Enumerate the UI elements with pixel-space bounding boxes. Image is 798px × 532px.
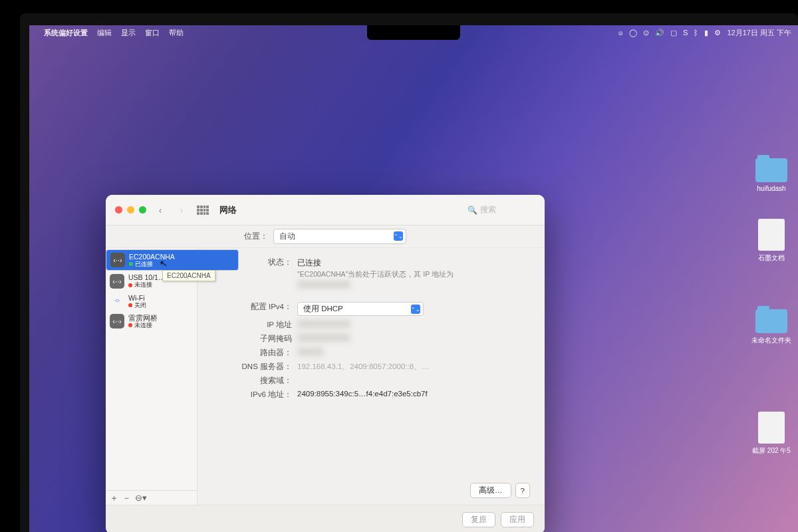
dns-label: DNS 服务器： xyxy=(198,362,297,372)
remove-service-button[interactable]: － xyxy=(122,492,131,504)
back-button[interactable]: ‹ xyxy=(153,203,168,217)
folder-icon xyxy=(755,158,787,182)
close-button[interactable] xyxy=(115,206,122,213)
revert-button[interactable]: 复原 xyxy=(462,512,495,527)
service-sidebar: ‹··› EC200ACNHA已连接 EC200ACNHA ‹··› USB 1… xyxy=(106,248,198,505)
ethernet-icon: ‹··› xyxy=(110,253,125,267)
location-label: 位置： xyxy=(244,231,268,242)
status-description: "EC200ACNHA"当前处于活跃状态，其 IP 地址为 xyxy=(297,270,533,279)
add-service-button[interactable]: ＋ xyxy=(110,492,118,504)
window-title: 网络 xyxy=(219,204,237,216)
service-item-wifi[interactable]: ⌔ Wi-Fi关闭 xyxy=(106,291,197,311)
display-icon[interactable]: ▢ xyxy=(670,29,677,37)
display-notch xyxy=(367,25,460,40)
ip-label: IP 地址 xyxy=(198,320,297,330)
redacted-value: x xyxy=(297,348,324,356)
ipv6-value: 2409:8955:349c:5…f4:e4d7:e3e5:cb7f xyxy=(297,390,533,398)
menu-window[interactable]: 窗口 xyxy=(145,28,160,38)
searchdomain-label: 搜索域： xyxy=(198,376,297,386)
sidebar-footer: ＋ － ⊖▾ xyxy=(106,490,197,505)
ethernet-icon: ‹··› xyxy=(110,314,124,329)
traffic-lights xyxy=(115,206,146,213)
document-icon xyxy=(758,219,785,251)
desktop-icon[interactable]: 截屏 202 午5 xyxy=(752,412,791,456)
service-item-ec200acnha[interactable]: ‹··› EC200ACNHA已连接 EC200ACNHA xyxy=(106,249,239,271)
tooltip: EC200ACNHA xyxy=(162,270,215,281)
screenshot-icon xyxy=(758,412,785,444)
battery-icon[interactable]: ▮ xyxy=(704,29,708,37)
menu-edit[interactable]: 编辑 xyxy=(97,28,112,38)
redacted-value: x xyxy=(297,320,350,328)
app-menu[interactable]: 系统偏好设置 xyxy=(44,28,88,38)
ipv6-label: IPv6 地址： xyxy=(198,390,297,400)
menubar-status-area: ⌾ ◯ ⊙ 🔊 ▢ S ᛒ ▮ ⚙ 12月17日 周五 下午 xyxy=(618,28,791,38)
status-icon[interactable]: ⊙ xyxy=(643,29,649,37)
grid-icon xyxy=(197,205,209,215)
dns-value: 192.168.43.1、2409:8057:2000::8、… xyxy=(297,362,533,372)
status-value: 已连接 xyxy=(297,257,533,269)
bluetooth-icon[interactable]: ᛒ xyxy=(694,29,698,37)
wechat-icon[interactable]: ⌾ xyxy=(618,29,623,37)
status-icon[interactable]: ◯ xyxy=(629,29,637,37)
detail-pane: 状态： 已连接 "EC200ACNHA"当前处于活跃状态，其 IP 地址为 xx… xyxy=(198,248,545,505)
wifi-icon: ⌔ xyxy=(110,294,124,309)
sogou-icon[interactable]: S xyxy=(683,29,688,37)
search-field[interactable]: 🔍 搜索 xyxy=(462,202,535,217)
desktop-icon[interactable]: 未命名文件夹 xyxy=(751,309,791,345)
advanced-button[interactable]: 高级… xyxy=(470,483,511,498)
ipv4-config-label: 配置 IPv4： xyxy=(198,302,297,312)
status-dot-icon xyxy=(128,323,132,327)
show-all-button[interactable] xyxy=(196,203,210,217)
desktop-icons: huifudash 石墨文档 未命名文件夹 huifudas 截屏 202 午5 xyxy=(745,158,798,456)
apply-button[interactable]: 应用 xyxy=(501,512,534,527)
service-actions-button[interactable]: ⊖▾ xyxy=(135,493,147,503)
location-select[interactable]: 自动 ⌃⌄ xyxy=(273,229,406,244)
clock[interactable]: 12月17日 周五 下午 xyxy=(727,28,791,38)
volume-icon[interactable]: 🔊 xyxy=(655,29,664,37)
desktop-icon[interactable]: 石墨文档 xyxy=(758,219,785,263)
chevron-updown-icon: ⌃⌄ xyxy=(411,305,420,314)
cursor-icon: ↖ xyxy=(159,257,169,269)
menu-view[interactable]: 显示 xyxy=(121,28,136,38)
redacted-value: x xyxy=(297,334,350,342)
ethernet-icon: ‹··› xyxy=(110,274,124,289)
control-center-icon[interactable]: ⚙ xyxy=(714,29,721,37)
menu-help[interactable]: 帮助 xyxy=(169,28,184,38)
window-titlebar: ‹ › 网络 🔍 搜索 xyxy=(106,195,545,225)
service-item-thunderbolt[interactable]: ‹··› 雷雳网桥未连接 xyxy=(106,311,197,331)
location-row: 位置： 自动 ⌃⌄ xyxy=(106,225,545,248)
status-dot-icon xyxy=(129,262,133,266)
folder-icon xyxy=(755,309,787,333)
minimize-button[interactable] xyxy=(127,206,134,213)
mask-label: 子网掩码 xyxy=(198,334,297,344)
router-label: 路由器： xyxy=(198,348,297,358)
system-preferences-window: ‹ › 网络 🔍 搜索 位置： 自动 ⌃⌄ ‹··› EC200AC xyxy=(106,195,545,532)
redacted-ip: xxx xyxy=(297,281,350,289)
window-footer: 复原 应用 xyxy=(106,505,545,532)
help-button[interactable]: ? xyxy=(515,483,530,498)
forward-button[interactable]: › xyxy=(174,203,189,217)
search-icon: 🔍 xyxy=(467,205,477,215)
status-dot-icon xyxy=(128,303,132,307)
zoom-button[interactable] xyxy=(139,206,146,213)
chevron-updown-icon: ⌃⌄ xyxy=(394,231,403,241)
ipv4-config-select[interactable]: 使用 DHCP⌃⌄ xyxy=(297,302,424,316)
desktop-icon[interactable]: huifudash xyxy=(755,158,787,192)
status-dot-icon xyxy=(128,283,132,287)
